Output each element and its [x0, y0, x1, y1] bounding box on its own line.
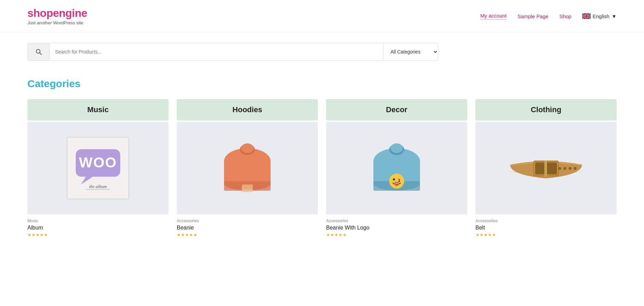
- category-card-hoodies: Hoodies: [177, 99, 318, 237]
- category-label-clothing[interactable]: Clothing: [475, 99, 617, 120]
- belt-illustration: [503, 137, 589, 199]
- product-image-music[interactable]: WOO the album: [27, 122, 169, 214]
- product-name-beanie[interactable]: Beanie: [177, 225, 318, 231]
- language-switcher[interactable]: English ▼: [582, 13, 617, 19]
- language-dropdown-arrow[interactable]: ▼: [611, 13, 617, 19]
- svg-point-36: [564, 167, 566, 170]
- svg-point-35: [558, 167, 561, 170]
- search-icon: [35, 48, 42, 55]
- category-label-hoodies[interactable]: Hoodies: [177, 99, 318, 120]
- svg-point-38: [574, 167, 577, 170]
- product-image-belt[interactable]: [475, 122, 617, 214]
- product-image-beanie-blue[interactable]: [326, 122, 467, 214]
- product-name-album[interactable]: Album: [27, 225, 169, 231]
- categories-grid: Music WOO the album Music Album ★: [27, 99, 617, 237]
- svg-text:WOO: WOO: [79, 154, 117, 170]
- search-input[interactable]: [50, 43, 383, 61]
- svg-point-23: [391, 143, 403, 153]
- product-category-music: Music: [27, 219, 169, 223]
- flag-icon: [582, 13, 591, 19]
- category-card-music: Music WOO the album Music Album ★: [27, 99, 169, 237]
- svg-point-29: [397, 182, 399, 184]
- svg-point-25: [389, 174, 404, 189]
- product-rating-beanie: ★★★★★: [177, 232, 318, 237]
- categories-title: Categories: [27, 78, 617, 90]
- product-name-belt[interactable]: Belt: [475, 225, 617, 231]
- svg-text:the album: the album: [89, 184, 107, 189]
- search-button[interactable]: [28, 43, 50, 61]
- svg-point-37: [569, 167, 571, 170]
- beanie-blue-illustration: [362, 130, 431, 206]
- site-logo[interactable]: shopengine: [27, 7, 87, 20]
- logo-area: shopengine Just another WordPress site: [27, 7, 87, 25]
- svg-point-28: [395, 182, 397, 184]
- search-bar: All Categories Music Hoodies Decor Cloth…: [27, 43, 438, 61]
- product-category-belt: Accessories: [475, 219, 617, 223]
- site-tagline: Just another WordPress site: [27, 20, 87, 25]
- category-select[interactable]: All Categories Music Hoodies Decor Cloth…: [383, 43, 438, 61]
- svg-point-26: [393, 178, 395, 180]
- main-nav: My account Sample Page Shop English ▼: [480, 13, 617, 20]
- beanie-orange-illustration: [213, 130, 282, 206]
- nav-sample-page[interactable]: Sample Page: [518, 13, 548, 19]
- search-section: All Categories Music Hoodies Decor Cloth…: [0, 33, 644, 64]
- product-name-beanie-logo[interactable]: Beanie With Logo: [326, 225, 467, 231]
- product-category-beanie: Accessories: [177, 219, 318, 223]
- nav-my-account[interactable]: My account: [480, 13, 507, 20]
- product-rating-beanie-logo: ★★★★★: [326, 232, 467, 237]
- svg-point-27: [398, 181, 400, 182]
- product-rating-album: ★★★★★: [27, 232, 169, 237]
- site-header: shopengine Just another WordPress site M…: [0, 0, 644, 33]
- svg-line-2: [39, 53, 41, 55]
- product-image-beanie-orange[interactable]: [177, 122, 318, 214]
- category-card-decor: Decor: [326, 99, 467, 237]
- product-category-beanie-logo: Accessories: [326, 219, 467, 223]
- category-label-decor[interactable]: Decor: [326, 99, 467, 120]
- category-card-clothing: Clothing: [475, 99, 617, 237]
- album-illustration: WOO the album: [60, 130, 136, 206]
- category-label-music[interactable]: Music: [27, 99, 169, 120]
- product-rating-belt: ★★★★★: [475, 232, 617, 237]
- svg-point-30: [395, 184, 398, 186]
- categories-section: Categories Music WOO the album: [0, 64, 644, 251]
- language-label: English: [593, 13, 609, 19]
- svg-point-13: [241, 143, 253, 153]
- nav-shop[interactable]: Shop: [559, 13, 571, 19]
